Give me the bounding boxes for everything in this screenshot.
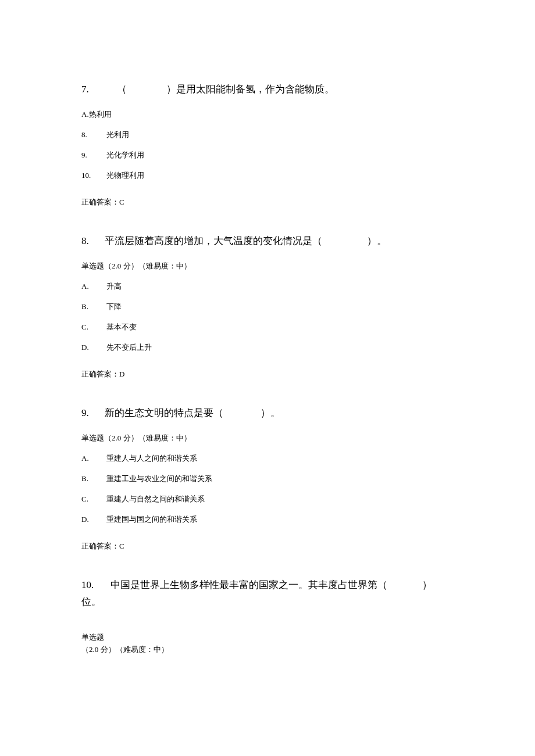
- q9-c-label: C.: [81, 493, 105, 506]
- q7-open-paren: （: [117, 84, 127, 95]
- q8-c-label: C.: [81, 321, 105, 334]
- q9-a-label: A.: [81, 453, 105, 465]
- q8-option-c: C. 基本不变: [81, 321, 459, 334]
- q8-option-a: A. 升高: [81, 281, 459, 293]
- q10-stem-post: ）: [422, 579, 432, 590]
- q10-meta1: 单选题: [81, 633, 104, 642]
- q7-a-text: 热利用: [89, 110, 112, 119]
- q10-stem: 10.中国是世界上生物多样性最丰富的国家之一。其丰度占世界第（ ） 位。: [81, 577, 459, 611]
- q8-stem: 8.平流层随着高度的增加，大气温度的变化情况是（ ）。: [81, 233, 459, 249]
- q9-option-a: A. 重建人与人之间的和谐关系: [81, 453, 459, 465]
- question-10: 10.中国是世界上生物多样性最丰富的国家之一。其丰度占世界第（ ） 位。 单选题…: [81, 577, 459, 655]
- q9-d-label: D.: [81, 514, 105, 526]
- q7-stem: 7. （ ）是用太阳能制备氢，作为含能物质。: [81, 81, 459, 97]
- q9-b-label: B.: [81, 473, 105, 485]
- q7-b-text: 光利用: [106, 130, 129, 139]
- q8-meta: 单选题（2.0 分）（难易度：中）: [81, 260, 459, 273]
- q7-answer: 正确答案：C: [81, 196, 459, 209]
- q9-a-text: 重建人与人之间的和谐关系: [106, 454, 197, 463]
- question-9: 9.新的生态文明的特点是要（ ）。 单选题（2.0 分）（难易度：中） A. 重…: [81, 405, 459, 553]
- q9-c-text: 重建人与自然之间的和谐关系: [106, 495, 205, 503]
- q7-option-b: 8. 光利用: [81, 129, 459, 141]
- q9-stem-pre: 新的生态文明的特点是要（: [105, 407, 223, 418]
- q7-option-a: A.热利用: [81, 109, 459, 121]
- question-8: 8.平流层随着高度的增加，大气温度的变化情况是（ ）。 单选题（2.0 分）（难…: [81, 233, 459, 381]
- q10-stem-line2: 位。: [81, 596, 101, 607]
- q8-c-text: 基本不变: [106, 323, 137, 331]
- q7-b-num: 8.: [81, 129, 105, 141]
- q8-d-text: 先不变后上升: [106, 343, 152, 352]
- q8-b-label: B.: [81, 301, 105, 313]
- q7-option-c: 9. 光化学利用: [81, 149, 459, 162]
- q8-option-d: D. 先不变后上升: [81, 342, 459, 354]
- q8-stem-pre: 平流层随着高度的增加，大气温度的变化情况是（: [105, 235, 322, 246]
- q7-option-d: 10. 光物理利用: [81, 170, 459, 182]
- q8-answer: 正确答案：D: [81, 368, 459, 381]
- q9-stem-post: ）。: [261, 407, 280, 418]
- q9-answer: 正确答案：C: [81, 540, 459, 553]
- question-7: 7. （ ）是用太阳能制备氢，作为含能物质。 A.热利用 8. 光利用 9. 光…: [81, 81, 459, 209]
- q9-d-text: 重建国与国之间的和谐关系: [106, 515, 197, 524]
- q8-stem-post: ）。: [367, 235, 387, 246]
- q7-number: 7.: [81, 81, 105, 97]
- q10-meta: 单选题 （2.0 分）（难易度：中）: [81, 632, 459, 656]
- q10-meta2: （2.0 分）（难易度：中）: [81, 645, 169, 654]
- q9-number: 9.: [81, 405, 105, 421]
- q10-number: 10.: [81, 577, 110, 594]
- q7-a-label: A.: [81, 110, 89, 119]
- q8-option-b: B. 下降: [81, 301, 459, 313]
- q7-d-num: 10.: [81, 170, 105, 182]
- q7-d-text: 光物理利用: [106, 171, 144, 180]
- q9-stem: 9.新的生态文明的特点是要（ ）。: [81, 405, 459, 421]
- q9-b-text: 重建工业与农业之间的和谐关系: [106, 474, 212, 483]
- q8-d-label: D.: [81, 342, 105, 354]
- document-page: 7. （ ）是用太阳能制备氢，作为含能物质。 A.热利用 8. 光利用 9. 光…: [0, 0, 535, 702]
- q8-a-text: 升高: [106, 282, 122, 291]
- q7-c-num: 9.: [81, 149, 105, 162]
- q9-option-b: B. 重建工业与农业之间的和谐关系: [81, 473, 459, 485]
- q7-c-text: 光化学利用: [106, 151, 144, 159]
- q10-stem-pre: 中国是世界上生物多样性最丰富的国家之一。其丰度占世界第（: [110, 579, 387, 590]
- q8-number: 8.: [81, 233, 105, 249]
- q8-b-text: 下降: [106, 302, 122, 311]
- q9-meta: 单选题（2.0 分）（难易度：中）: [81, 432, 459, 445]
- q9-option-c: C. 重建人与自然之间的和谐关系: [81, 493, 459, 506]
- q8-a-label: A.: [81, 281, 105, 293]
- q9-option-d: D. 重建国与国之间的和谐关系: [81, 514, 459, 526]
- q7-close-text: ）是用太阳能制备氢，作为含能物质。: [166, 84, 334, 95]
